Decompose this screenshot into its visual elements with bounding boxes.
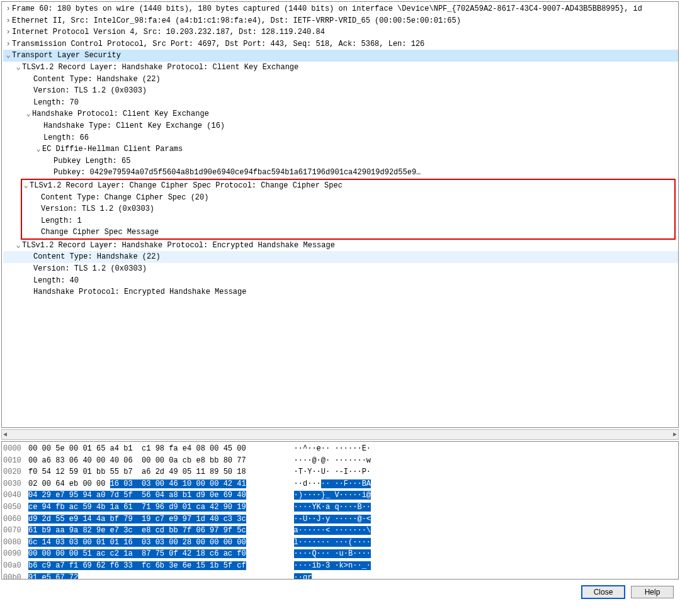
tree-row-handshake[interactable]: ⌄Handshake Protocol: Client Key Exchange [3, 108, 678, 120]
hex-offset: 00a0 [3, 560, 28, 572]
hex-offset: 0090 [3, 548, 28, 560]
dialog-footer: Close Help [0, 581, 680, 602]
hex-bytes: 61 b9 aa 9a 82 9e e7 3c e8 cd bb 7f 06 9… [28, 525, 280, 537]
hex-offset: 0080 [3, 537, 28, 549]
tree-row-record3[interactable]: ⌄TLSv1.2 Record Layer: Handshake Protoco… [3, 240, 678, 252]
hex-offset: 00b0 [3, 572, 28, 580]
tree-row[interactable]: Pubkey Length: 65 [3, 155, 678, 167]
packet-details-tree[interactable]: ›Frame 60: 180 bytes on wire (1440 bits)… [1, 1, 679, 428]
hex-bytes: 6c 14 03 03 00 01 01 16 03 03 00 28 00 0… [28, 537, 280, 549]
hex-ascii: ·T·Y··U· ·-I···P· [294, 466, 414, 478]
tree-row[interactable]: Pubkey: 0429e79594a07d5f5604a8b1d90e6940… [3, 167, 678, 179]
chevron-down-icon[interactable]: ⌄ [14, 240, 22, 252]
hex-bytes: d9 2d 55 e9 14 4a bf 79 19 c7 e9 97 1d 4… [28, 513, 280, 525]
hex-offset: 0070 [3, 525, 28, 537]
hex-bytes: ce 94 fb ac 59 4b 1a 61 71 96 d9 01 ca 4… [28, 501, 280, 513]
hex-bytes: 02 00 64 eb 00 00 16 03 03 00 46 10 00 0… [28, 478, 280, 490]
hex-row[interactable]: 0050ce 94 fb ac 59 4b 1a 61 71 96 d9 01 … [3, 501, 677, 513]
hex-ascii: ··gr [294, 572, 414, 580]
chevron-down-icon[interactable]: ⌄ [14, 62, 22, 74]
hex-ascii: a······< ·······\ [294, 525, 414, 537]
hex-ascii: ····ib·3 ·k>n··_· [294, 560, 414, 572]
hex-ascii: ····YK·a q····B·· [294, 501, 414, 513]
tree-row-eth[interactable]: ›Ethernet II, Src: IntelCor_98:fa:e4 (a4… [3, 15, 678, 27]
help-button[interactable]: Help [631, 586, 674, 598]
chevron-down-icon[interactable]: ⌄ [22, 180, 30, 192]
hex-ascii: ··d····· ··F···BA [294, 478, 414, 490]
hex-offset: 0000 [3, 443, 28, 455]
close-button[interactable]: Close [582, 586, 625, 598]
hex-row[interactable]: 003002 00 64 eb 00 00 16 03 03 00 46 10 … [3, 478, 677, 490]
tree-row-ecdh[interactable]: ⌄EC Diffie-Hellman Client Params [3, 143, 678, 155]
hex-ascii: ·-U··J·y ·····@·< [294, 513, 414, 525]
tree-row[interactable]: Change Cipher Spec Message [22, 227, 674, 238]
hex-bytes: 00 00 5e 00 01 65 a4 b1 c1 98 fa e4 08 0… [28, 443, 280, 455]
hex-row[interactable]: 0020f0 54 12 59 01 bb 55 b7 a6 2d 49 05 … [3, 466, 677, 478]
tree-row[interactable]: Length: 70 [3, 97, 678, 109]
tree-row[interactable]: Version: TLS 1.2 (0x0303) [3, 85, 678, 97]
tree-row[interactable]: Handshake Type: Client Key Exchange (16) [3, 120, 678, 132]
chevron-right-icon[interactable]: › [4, 3, 12, 15]
horizontal-scrollbar[interactable] [1, 429, 679, 440]
hex-offset: 0020 [3, 466, 28, 478]
tree-row[interactable]: Content Type: Handshake (22) [3, 251, 678, 263]
hex-row[interactable]: 0060d9 2d 55 e9 14 4a bf 79 19 c7 e9 97 … [3, 513, 677, 525]
hex-row[interactable]: 00a0b6 c9 a7 f1 69 62 f6 33 fc 6b 3e 6e … [3, 560, 677, 572]
hex-row[interactable]: 001000 a6 83 06 40 00 40 06 00 00 0a cb … [3, 455, 677, 467]
hex-bytes: f0 54 12 59 01 bb 55 b7 a6 2d 49 05 11 8… [28, 466, 280, 478]
hex-offset: 0060 [3, 513, 28, 525]
tree-row-record1[interactable]: ⌄TLSv1.2 Record Layer: Handshake Protoco… [3, 62, 678, 74]
tree-row[interactable]: Version: TLS 1.2 (0x0303) [22, 203, 674, 215]
hex-offset: 0030 [3, 478, 28, 490]
chevron-down-icon[interactable]: ⌄ [35, 143, 42, 155]
hex-row[interactable]: 000000 00 5e 00 01 65 a4 b1 c1 98 fa e4 … [3, 443, 677, 455]
hex-bytes: 04 29 e7 95 94 a0 7d 5f 56 04 a8 b1 d9 0… [28, 490, 280, 501]
hex-row[interactable]: 00806c 14 03 03 00 01 01 16 03 03 00 28 … [3, 537, 677, 549]
highlight-box: ⌄TLSv1.2 Record Layer: Change Cipher Spe… [21, 179, 676, 240]
hex-ascii: ····@·@· ·······w [294, 455, 414, 467]
hex-bytes: b6 c9 a7 f1 69 62 f6 33 fc 6b 3e 6e 15 1… [28, 560, 280, 572]
chevron-right-icon[interactable]: › [4, 26, 12, 38]
tree-row[interactable]: Length: 40 [3, 275, 678, 287]
hex-offset: 0040 [3, 490, 28, 501]
hex-ascii: ··^··e·· ······E· [294, 443, 414, 455]
hex-row[interactable]: 007061 b9 aa 9a 82 9e e7 3c e8 cd bb 7f … [3, 525, 677, 537]
hex-row[interactable]: 00b091 e5 67 72 ··gr [3, 572, 677, 580]
tree-row-tls[interactable]: ⌄Transport Layer Security [3, 50, 678, 62]
chevron-down-icon[interactable]: ⌄ [25, 108, 32, 120]
tree-row-record2[interactable]: ⌄TLSv1.2 Record Layer: Change Cipher Spe… [22, 180, 674, 192]
hex-row[interactable]: 004004 29 e7 95 94 a0 7d 5f 56 04 a8 b1 … [3, 490, 677, 501]
tree-row[interactable]: Length: 66 [3, 132, 678, 144]
tree-row[interactable]: Content Type: Handshake (22) [3, 74, 678, 86]
tree-row-frame[interactable]: ›Frame 60: 180 bytes on wire (1440 bits)… [3, 3, 678, 15]
hex-offset: 0010 [3, 455, 28, 467]
chevron-down-icon[interactable]: ⌄ [4, 50, 12, 62]
hex-bytes: 00 a6 83 06 40 00 40 06 00 00 0a cb e8 b… [28, 455, 280, 467]
hex-ascii: ·)····}_ V·····i@ [294, 490, 414, 501]
tree-row[interactable]: Length: 1 [22, 215, 674, 227]
hex-ascii: ····Q··· ·u·B···· [294, 548, 414, 560]
chevron-right-icon[interactable]: › [4, 15, 12, 27]
hex-bytes: 00 00 00 00 51 ac c2 1a 87 75 0f 42 18 c… [28, 548, 280, 560]
tree-row[interactable]: Handshake Protocol: Encrypted Handshake … [3, 286, 678, 298]
tree-row[interactable]: Version: TLS 1.2 (0x0303) [3, 263, 678, 275]
hex-row[interactable]: 009000 00 00 00 51 ac c2 1a 87 75 0f 42 … [3, 548, 677, 560]
tree-row-tcp[interactable]: ›Transmission Control Protocol, Src Port… [3, 38, 678, 50]
hex-offset: 0050 [3, 501, 28, 513]
tree-row-ip[interactable]: ›Internet Protocol Version 4, Src: 10.20… [3, 26, 678, 38]
hex-ascii: l······· ···(···· [294, 537, 414, 549]
packet-bytes-pane[interactable]: 000000 00 5e 00 01 65 a4 b1 c1 98 fa e4 … [1, 441, 679, 580]
tree-row[interactable]: Content Type: Change Cipher Spec (20) [22, 192, 674, 204]
chevron-right-icon[interactable]: › [4, 38, 12, 50]
hex-bytes: 91 e5 67 72 [28, 572, 280, 580]
